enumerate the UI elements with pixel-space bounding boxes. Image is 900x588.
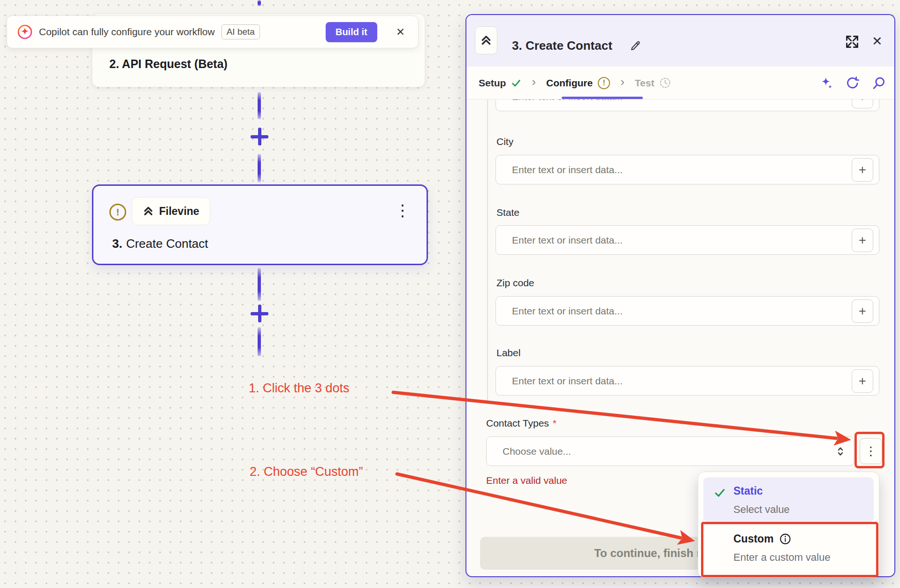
collapse-panel-button[interactable] [475, 26, 497, 54]
ai-beta-badge: AI beta [221, 24, 260, 39]
connector-dash [258, 0, 261, 6]
contact-types-select[interactable]: Choose value... [486, 436, 854, 466]
check-icon [714, 487, 726, 499]
step-card-title: 3.Create Contact [112, 237, 208, 251]
expand-panel-icon[interactable] [845, 34, 860, 49]
field-label-contact-types: Contact Types* [486, 418, 557, 429]
warning-icon: ! [109, 204, 126, 221]
connector-dash [258, 268, 261, 301]
content-divider [487, 99, 488, 403]
menu-option-static[interactable]: Static Select value [703, 477, 874, 522]
copilot-banner-text: Copilot can fully configure your workflo… [39, 26, 215, 38]
tab-setup[interactable]: Setup [479, 77, 521, 89]
field-input-zip[interactable]: Enter text or insert data... + [496, 296, 879, 326]
add-step-button[interactable] [251, 305, 268, 322]
kebab-menu-icon: ⋮ [865, 444, 877, 458]
step-card-title: 2. API Request (Beta) [109, 57, 228, 71]
copilot-banner: Copilot can fully configure your workflo… [7, 15, 419, 48]
annotation-step2: 2. Choose “Custom” [250, 465, 363, 479]
close-icon[interactable]: ✕ [396, 26, 405, 38]
check-icon [511, 78, 521, 88]
warning-icon: ! [598, 77, 610, 89]
field-input-city[interactable]: Enter text or insert data... + [496, 155, 879, 184]
copilot-icon [17, 24, 32, 39]
insert-data-button[interactable]: + [852, 369, 873, 393]
refresh-icon[interactable] [846, 76, 860, 90]
field-placeholder: Enter text or insert data... [512, 375, 623, 387]
annotation-step1: 1. Click the 3 dots [249, 381, 350, 396]
field-placeholder: Enter text or insert data... [512, 305, 623, 317]
step-card-create-contact[interactable]: ! Filevine ⋮ 3.Create Contact [92, 184, 428, 265]
info-icon[interactable] [779, 533, 792, 545]
clock-icon [659, 77, 671, 89]
insert-data-button[interactable]: + [852, 158, 873, 182]
connector-dash [258, 154, 261, 182]
insert-data-button[interactable]: + [852, 229, 873, 252]
filevine-logo-icon [480, 34, 492, 46]
panel-title: 3. Create Contact [512, 38, 612, 53]
kebab-menu-icon[interactable]: ⋮ [395, 202, 411, 219]
field-placeholder: Enter text or insert data... [512, 235, 623, 246]
value-type-menu-button[interactable]: ⋮ [860, 438, 882, 464]
field-label-label: Label [496, 347, 520, 359]
tab-configure[interactable]: Configure ! [546, 77, 610, 89]
required-asterisk: * [553, 418, 557, 428]
active-tab-indicator [562, 97, 643, 99]
insert-data-button[interactable]: + [852, 299, 873, 323]
workflow-canvas[interactable]: { "icons": { "close": "✕", "plus": "+", … [0, 0, 900, 588]
field-label-city: City [496, 136, 513, 147]
field-input-state[interactable]: Enter text or insert data... + [496, 225, 879, 255]
select-placeholder: Choose value... [503, 446, 571, 457]
value-type-menu: Static Select value Custom Enter a custo… [698, 472, 879, 578]
build-it-button[interactable]: Build it [326, 22, 377, 42]
connector-dash [258, 92, 261, 119]
filevine-logo-icon [143, 206, 154, 217]
chevron-right-icon: › [532, 75, 536, 89]
validation-error: Enter a valid value [486, 475, 567, 486]
panel-header: 3. Create Contact ✕ [466, 15, 894, 67]
search-icon[interactable] [872, 76, 886, 90]
ai-sparkle-icon[interactable] [819, 76, 833, 90]
chevron-up-down-icon [834, 445, 847, 458]
menu-option-custom[interactable]: Custom Enter a custom value [703, 525, 874, 572]
edit-title-icon[interactable] [629, 39, 642, 52]
chevron-right-icon: › [620, 75, 625, 89]
add-step-button[interactable] [251, 128, 268, 145]
field-placeholder: Enter text or insert data... [512, 164, 623, 176]
app-name: Filevine [159, 205, 199, 218]
field-label-state: State [496, 207, 519, 218]
panel-tabs: Setup › Configure ! › Test [466, 67, 894, 99]
field-input-label[interactable]: Enter text or insert data... + [496, 366, 879, 396]
close-icon[interactable]: ✕ [872, 34, 883, 49]
field-label-zip: Zip code [496, 277, 534, 289]
connector-dash [258, 327, 261, 356]
app-badge-filevine: Filevine [132, 197, 210, 225]
tab-test[interactable]: Test [635, 77, 671, 89]
